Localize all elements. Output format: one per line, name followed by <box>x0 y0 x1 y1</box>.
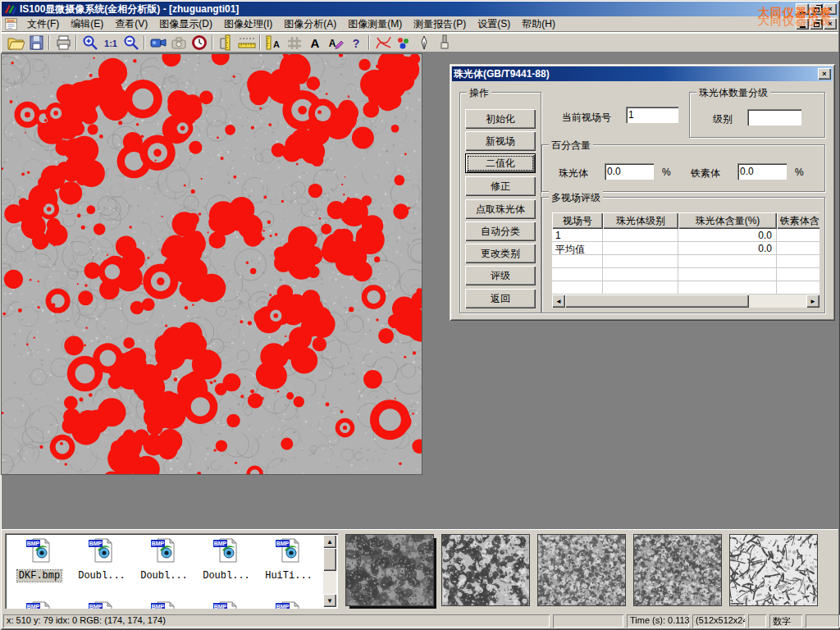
file-item-partial-3[interactable]: BMP <box>196 600 257 609</box>
menu-item-2[interactable]: 查看(V) <box>109 16 153 33</box>
table-row-1[interactable]: 平均值0.0 <box>552 242 819 255</box>
minimize-button[interactable] <box>796 3 809 15</box>
menu-item-6[interactable]: 图像测量(M) <box>342 16 408 33</box>
zoom-out-icon[interactable] <box>121 34 141 52</box>
mdi-restore-button[interactable] <box>810 18 823 30</box>
svg-text:DOC: DOC <box>7 18 15 22</box>
particles-icon[interactable] <box>393 34 413 52</box>
file-item-partial-2[interactable]: BMP <box>134 600 194 609</box>
op-button-3[interactable]: 修正 <box>465 176 536 196</box>
menu-item-8[interactable]: 设置(S) <box>472 16 516 33</box>
vscroll-down-arrow[interactable]: ▼ <box>323 594 336 607</box>
status-panel-0: x: 510 y: 79 idx: 0 RGB: (174, 174, 174) <box>3 614 550 628</box>
vscroll-thumb[interactable] <box>323 548 336 571</box>
multi-field-group: 多视场评级 视场号珠光体级别珠光体含量(%)铁素体含量(%) 10.0平均值0.… <box>541 197 825 313</box>
close-button[interactable]: × <box>824 3 837 15</box>
actual-size-icon[interactable]: 1:1 <box>100 34 121 52</box>
menu-item-0[interactable]: 文件(F) <box>21 16 65 33</box>
hscroll-left-arrow[interactable]: ◄ <box>552 294 565 308</box>
dialog-title: 珠光体(GB/T9441-88) <box>454 67 550 81</box>
menu-item-1[interactable]: 编辑(E) <box>65 16 109 33</box>
bmp-file-icon: BMP <box>134 537 194 567</box>
dialog-close-button[interactable]: × <box>818 68 831 80</box>
file-browser-vscrollbar[interactable]: ▲ ▼ <box>323 535 336 607</box>
metallograph-image[interactable] <box>2 54 422 474</box>
sample-thumbnail-2[interactable] <box>538 535 625 605</box>
font-icon[interactable]: A <box>304 34 325 52</box>
menu-item-4[interactable]: 图像处理(I) <box>218 16 278 33</box>
toolbar-separator <box>212 35 213 50</box>
timer-icon[interactable] <box>189 34 209 52</box>
table-header-1[interactable]: 珠光体级别 <box>603 212 678 229</box>
sample-thumbnail-0[interactable] <box>346 535 433 605</box>
op-button-0[interactable]: 初始化 <box>465 109 536 129</box>
file-item-2[interactable]: BMPDoubl... <box>134 537 194 582</box>
file-name: DKF.bmp <box>17 570 62 582</box>
brush-icon[interactable] <box>434 34 454 52</box>
table-row-0[interactable]: 10.0 <box>552 229 819 242</box>
file-browser[interactable]: ▲ ▼ BMPDKF.bmpBMPDoubl...BMPDoubl...BMPD… <box>5 533 338 609</box>
ferrite-percent-input[interactable] <box>737 163 787 180</box>
mdi-minimize-button[interactable] <box>796 18 809 30</box>
file-item-3[interactable]: BMPDoubl... <box>196 537 257 582</box>
toolbar-separator <box>75 35 77 50</box>
rating-table-hscrollbar[interactable]: ◄ ► <box>552 294 819 308</box>
file-item-1[interactable]: BMPDoubl... <box>71 537 132 582</box>
svg-text:A: A <box>273 39 280 49</box>
still-camera-icon[interactable] <box>168 34 189 52</box>
file-item-partial-4[interactable]: BMP <box>258 600 319 609</box>
ruler-icon[interactable] <box>236 34 257 52</box>
pearlite-percent-input[interactable] <box>605 163 654 180</box>
table-header-2[interactable]: 珠光体含量(%) <box>678 212 777 229</box>
pen-icon[interactable] <box>413 34 434 52</box>
op-button-6[interactable]: 更改类别 <box>465 244 536 263</box>
video-camera-icon[interactable] <box>148 34 168 52</box>
op-button-5[interactable]: 自动分类 <box>465 221 536 241</box>
annotate-icon[interactable]: A <box>325 34 345 52</box>
op-button-4[interactable]: 点取珠光体 <box>465 199 536 219</box>
curve-icon[interactable] <box>372 34 393 52</box>
help-icon[interactable]: ? <box>345 34 366 52</box>
op-button-1[interactable]: 新视场 <box>465 131 536 151</box>
menu-item-7[interactable]: 测量报告(P) <box>408 16 472 33</box>
svg-text:A: A <box>328 38 336 49</box>
rating-table-body: 10.0平均值0.0 <box>552 229 819 294</box>
file-item-partial-1[interactable]: BMP <box>71 600 132 609</box>
menu-item-9[interactable]: 帮助(H) <box>516 16 561 33</box>
table-header-0[interactable]: 视场号 <box>552 212 603 229</box>
current-field-input[interactable] <box>626 107 678 123</box>
table-header-3[interactable]: 铁素体含量(%) <box>777 212 819 229</box>
sample-thumbnail-3[interactable] <box>634 535 721 605</box>
file-item-0[interactable]: BMPDKF.bmp <box>9 537 70 582</box>
op-button-2[interactable]: 二值化 <box>465 153 536 173</box>
level-input[interactable] <box>747 109 801 126</box>
menu-item-3[interactable]: 图像显示(D) <box>153 16 218 33</box>
window-title: IS100显微摄像系统(金相分析版) - [zhuguangti01] <box>20 2 239 16</box>
op-button-7[interactable]: 评级 <box>465 266 536 285</box>
svg-text:A: A <box>310 36 319 50</box>
file-item-4[interactable]: BMPHuiTi... <box>258 537 319 582</box>
caliper-icon[interactable] <box>216 34 236 52</box>
level-label: 级别 <box>713 112 733 126</box>
menu-item-5[interactable]: 图像分析(A) <box>278 16 342 33</box>
sample-thumbnail-1[interactable] <box>442 535 529 605</box>
dialog-title-bar[interactable]: 珠光体(GB/T9441-88) <box>452 66 833 81</box>
print-icon[interactable] <box>52 34 73 52</box>
restore-button[interactable] <box>810 3 823 15</box>
zoom-in-icon[interactable] <box>80 34 100 52</box>
sample-thumbnail-4[interactable] <box>730 535 817 605</box>
open-icon[interactable] <box>5 34 25 52</box>
hscroll-thumb[interactable] <box>565 294 749 308</box>
rating-table[interactable]: 视场号珠光体级别珠光体含量(%)铁素体含量(%) 10.0平均值0.0 ◄ ► <box>552 212 819 308</box>
pearlite-unit: % <box>662 167 671 178</box>
file-item-partial-0[interactable]: BMP <box>9 600 70 609</box>
operations-group: 操作 初始化新视场二值化修正点取珠光体自动分类更改类别评级返回 <box>459 92 541 313</box>
grid-icon[interactable] <box>284 34 304 52</box>
save-icon[interactable] <box>25 34 46 52</box>
vscroll-up-arrow[interactable]: ▲ <box>323 535 336 548</box>
current-field-label: 当前视场号 <box>562 111 611 125</box>
mdi-close-button[interactable]: × <box>824 18 837 30</box>
hscroll-right-arrow[interactable]: ► <box>806 294 819 308</box>
op-button-8[interactable]: 返回 <box>465 289 536 308</box>
measure-text-icon[interactable]: A <box>263 34 284 52</box>
